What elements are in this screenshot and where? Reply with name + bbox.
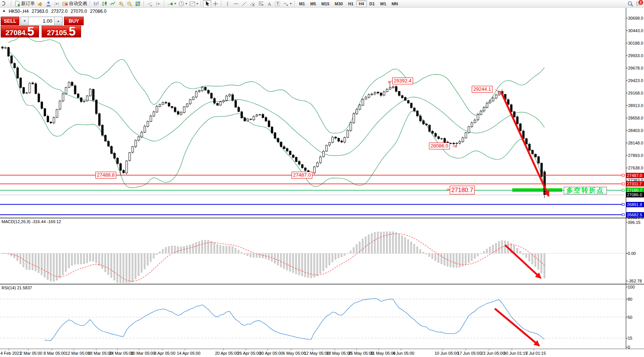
trend-arrow-main[interactable] [501, 92, 549, 196]
candle-body [456, 143, 458, 144]
timeframe-button-w1[interactable]: W1 [377, 0, 389, 7]
macd-bar [95, 253, 97, 263]
annotation-anchor[interactable] [499, 92, 501, 94]
macd-bar [541, 253, 542, 273]
candle-body [386, 89, 388, 92]
macd-bar [313, 253, 315, 277]
text-button[interactable]: A [265, 0, 273, 8]
volume-increase-button[interactable]: ▲ [54, 17, 62, 25]
chevron-down-icon: ▾ [290, 2, 292, 5]
macd-bar [383, 232, 385, 253]
trend-arrow-rsi[interactable] [495, 309, 539, 346]
timeframe-button-m15[interactable]: M15 [319, 0, 332, 7]
zoom-out-button[interactable] [125, 0, 134, 8]
mt4-window: 新订单自动交易▾▾▾EFAT▾M1M5M15M30H1H4D1W1MN1 ▲ H… [0, 0, 644, 357]
line-handle[interactable] [622, 183, 624, 185]
line-handle[interactable] [622, 174, 624, 176]
bar-chart-button[interactable] [92, 0, 100, 8]
periods-button[interactable]: ▾ [177, 0, 188, 8]
signal-icon[interactable] [53, 0, 61, 8]
megaphone-icon[interactable] [36, 0, 44, 8]
expert-advisor-icon[interactable] [44, 0, 53, 8]
line-chart-button[interactable] [109, 0, 117, 8]
line-handle[interactable] [622, 214, 624, 216]
chevron-down-icon: ▾ [175, 2, 176, 5]
equidistant-channel-button[interactable]: E [248, 0, 257, 8]
candle-body [195, 92, 197, 97]
candle-body [41, 102, 43, 109]
sell-price-main: 27084 [6, 29, 26, 36]
search-button[interactable] [626, 0, 635, 8]
candle-chart-button[interactable] [100, 0, 109, 8]
timeframe-button-m30[interactable]: M30 [332, 0, 345, 7]
macd-bar [50, 253, 51, 281]
horizontal-line-button[interactable] [232, 0, 240, 8]
one-click-trading-panel: SELL ▼ 1.00 ▲ BUY 27084.5 27105.5 [1, 17, 84, 37]
notification-badge: 1 [638, 0, 644, 5]
annotation-anchor[interactable] [455, 146, 457, 147]
toolbar-separator [221, 1, 222, 6]
candle-body [83, 101, 85, 101]
candle-body [26, 93, 28, 93]
cursor-button[interactable] [203, 0, 211, 8]
macd-bar [120, 253, 121, 283]
candle-body [541, 163, 543, 177]
zoom-in-button[interactable] [117, 0, 125, 8]
macd-bar [171, 246, 173, 253]
label-button[interactable]: T [273, 0, 282, 8]
macd-bar [147, 253, 148, 265]
sell-button[interactable]: SELL [1, 17, 19, 25]
sell-price[interactable]: 27084.5 [1, 26, 39, 37]
timeframe-button-h4[interactable]: H4 [356, 0, 367, 7]
buy-price[interactable]: 27105.5 [42, 26, 81, 37]
timeframe-button-mn[interactable]: MN [389, 0, 401, 7]
macd-bar [344, 253, 345, 256]
macd-bar [516, 248, 518, 253]
text-icon: A [266, 1, 272, 7]
macd-bar [192, 244, 194, 253]
macd-bar [289, 253, 291, 272]
timeframe-button-h1[interactable]: H1 [345, 0, 356, 7]
vertical-line-button[interactable] [223, 0, 232, 8]
crosshair-button[interactable] [211, 0, 220, 8]
indicators-button[interactable]: ▾ [166, 0, 177, 8]
main-toolbar: 新订单自动交易▾▾▾EFAT▾M1M5M15M30H1H4D1W1MN1 [0, 0, 644, 8]
timeframe-button-m5[interactable]: M5 [307, 0, 318, 7]
candle-body [356, 109, 358, 114]
autotrade-button[interactable]: 自动交易 [61, 0, 88, 8]
macd-bar [304, 253, 306, 277]
notifications-button[interactable]: 1 [635, 0, 643, 8]
toolbar-separator [201, 1, 201, 6]
chart-shift-icon [155, 1, 161, 7]
line-handle[interactable] [622, 189, 624, 191]
macd-bar [432, 253, 433, 259]
macd-bar [277, 253, 279, 265]
tile-windows-button[interactable] [134, 0, 142, 8]
macd-bar [453, 253, 454, 267]
macd-bar [320, 253, 321, 274]
macd-bar [189, 245, 191, 253]
timeframe-button-m1[interactable]: M1 [296, 0, 307, 7]
macd-bar [198, 241, 200, 253]
chart-shift-button[interactable] [154, 0, 162, 8]
line-handle[interactable] [622, 203, 624, 206]
macd-bar [126, 253, 127, 283]
fibonacci-button[interactable]: F [257, 0, 265, 8]
expert-advisor-icon-icon [45, 1, 51, 7]
volume-decrease-button[interactable]: ▼ [21, 17, 29, 25]
candle-body [292, 155, 294, 158]
annotation-anchor[interactable] [388, 81, 390, 83]
auto-scroll-button[interactable] [146, 0, 154, 8]
volume-input[interactable]: 1.00 [29, 17, 54, 25]
volume-stepper[interactable]: ▼ 1.00 ▲ [20, 17, 62, 25]
new-order-button[interactable]: 新订单 [13, 0, 36, 8]
symbol-ohlc-line: ▲ HK50-,H4 27363.0 27372.0 27070.0 27086… [2, 9, 106, 14]
chart-canvas[interactable] [0, 0, 644, 357]
macd-bar [274, 253, 276, 264]
macd-bar [89, 253, 91, 261]
arrows-button[interactable]: ▾ [282, 0, 293, 8]
annotation-anchor[interactable] [447, 189, 449, 191]
trendline-button[interactable] [240, 0, 248, 8]
templates-button[interactable]: ▾ [188, 0, 199, 8]
timeframe-button-d1[interactable]: D1 [367, 0, 377, 7]
